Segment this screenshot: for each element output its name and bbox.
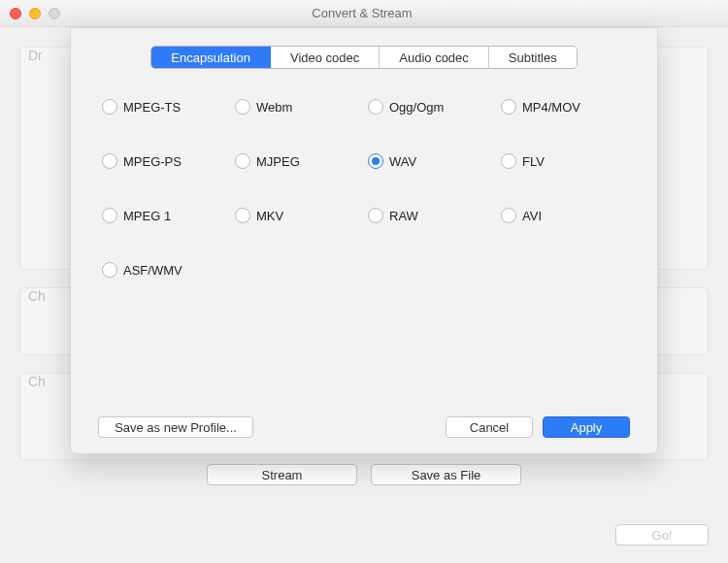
radio-icon <box>235 208 250 223</box>
radio-flv[interactable]: FLV <box>501 152 626 170</box>
radio-webm[interactable]: Webm <box>235 98 360 116</box>
tab-video-codec[interactable]: Video codec <box>271 47 380 68</box>
radio-icon <box>501 208 516 223</box>
radio-raw[interactable]: RAW <box>368 207 493 224</box>
radio-icon <box>102 99 117 115</box>
radio-label: MKV <box>256 209 283 223</box>
radio-label: AVI <box>522 209 542 223</box>
save-as-file-button[interactable]: Save as File <box>371 464 521 485</box>
go-button[interactable]: Go! <box>615 524 709 546</box>
tab-bar: EncapsulationVideo codecAudio codecSubti… <box>150 46 577 69</box>
radio-icon <box>235 99 250 115</box>
radio-label: MP4/MOV <box>522 100 580 115</box>
titlebar: Convert & Stream <box>0 0 728 27</box>
radio-icon <box>501 99 516 115</box>
radio-label: Ogg/Ogm <box>389 100 444 115</box>
radio-mpeg-1[interactable]: MPEG 1 <box>102 207 227 224</box>
radio-asf-wmv[interactable]: ASF/WMV <box>102 261 227 279</box>
save-as-new-profile-button[interactable]: Save as new Profile... <box>98 416 253 438</box>
radio-icon <box>368 99 383 115</box>
radio-mp4-mov[interactable]: MP4/MOV <box>501 98 626 116</box>
radio-mkv[interactable]: MKV <box>235 207 360 224</box>
radio-label: MPEG-TS <box>123 100 181 115</box>
radio-label: Webm <box>256 100 292 115</box>
tab-encapsulation[interactable]: Encapsulation <box>151 47 271 68</box>
radio-label: MPEG 1 <box>123 209 171 223</box>
radio-icon <box>235 153 250 169</box>
radio-label: RAW <box>389 209 418 223</box>
radio-mjpeg[interactable]: MJPEG <box>235 152 360 170</box>
profile-sheet: EncapsulationVideo codecAudio codecSubti… <box>70 27 658 454</box>
radio-icon <box>102 262 117 278</box>
radio-icon <box>501 153 516 169</box>
sheet-footer: Save as new Profile... Cancel Apply <box>98 405 630 438</box>
encapsulation-radio-grid: MPEG-TSWebmOgg/OgmMP4/MOVMPEG-PSMJPEGWAV… <box>98 92 630 279</box>
radio-icon <box>102 153 117 169</box>
apply-button[interactable]: Apply <box>543 416 630 438</box>
stream-button[interactable]: Stream <box>207 464 357 485</box>
radio-icon <box>368 153 383 169</box>
radio-avi[interactable]: AVI <box>501 207 626 224</box>
window-title: Convert & Stream <box>6 6 718 20</box>
destination-buttons: Stream Save as File <box>0 464 728 485</box>
radio-mpeg-ps[interactable]: MPEG-PS <box>102 152 227 170</box>
radio-wav[interactable]: WAV <box>368 152 493 170</box>
radio-mpeg-ts[interactable]: MPEG-TS <box>102 98 227 116</box>
radio-label: MJPEG <box>256 154 300 169</box>
radio-label: ASF/WMV <box>123 263 182 278</box>
bg-footer: Go! <box>0 513 728 563</box>
radio-icon <box>368 208 383 223</box>
tab-audio-codec[interactable]: Audio codec <box>380 47 489 68</box>
radio-inner-dot <box>372 157 380 165</box>
radio-ogg-ogm[interactable]: Ogg/Ogm <box>368 98 493 116</box>
radio-label: FLV <box>522 154 545 169</box>
radio-icon <box>102 208 117 223</box>
cancel-button[interactable]: Cancel <box>446 416 533 438</box>
radio-label: WAV <box>389 154 416 169</box>
radio-label: MPEG-PS <box>123 154 182 169</box>
tab-subtitles[interactable]: Subtitles <box>489 47 577 68</box>
